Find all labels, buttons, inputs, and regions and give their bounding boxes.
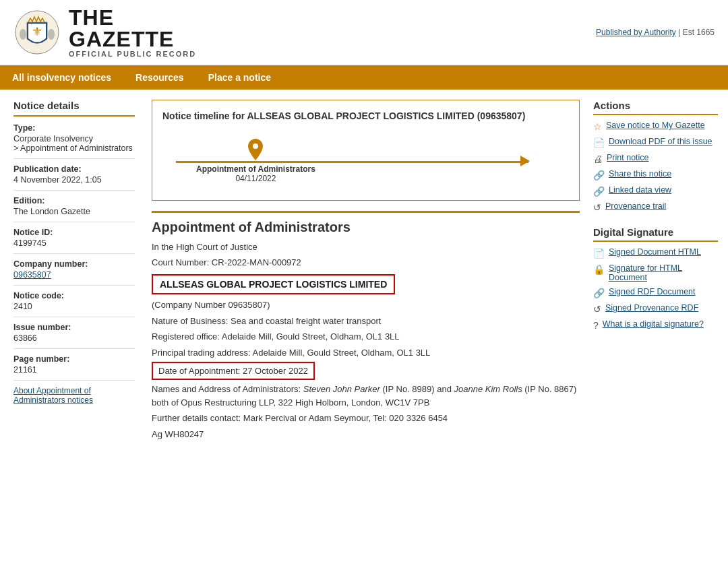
actions-heading: Actions: [593, 100, 718, 115]
timeline-event-label: Appointment of Administrators: [196, 164, 315, 174]
issue-number-label: Issue number:: [13, 323, 135, 332]
ag-reference: Ag WH80247: [152, 428, 580, 441]
timeline-visual: Appointment of Administrators 04/11/2022: [162, 131, 569, 190]
type-label: Type:: [13, 123, 135, 133]
save-notice-link[interactable]: Save notice to My Gazette: [606, 121, 705, 130]
lock-icon: 🔒: [593, 264, 605, 275]
actions-section: Actions ☆ Save notice to My Gazette 📄 Do…: [593, 100, 718, 213]
notice-court-number: Court Number: CR-2022-MAN-000972: [152, 256, 580, 269]
print-notice-action: 🖨 Print notice: [593, 153, 718, 164]
digital-signature-section: Digital Signature 📄 Signed Document HTML…: [593, 226, 718, 331]
date-appointment-box: Date of Appointment: 27 October 2022: [152, 362, 315, 380]
notice-court: In the High Court of Justice: [152, 240, 580, 254]
rdf-icon: 🔗: [593, 288, 605, 298]
timeline-arrow-icon: [520, 156, 530, 166]
type-value: Corporate Insolvency> Appointment of Adm…: [13, 134, 135, 153]
notice-id-field: Notice ID: 4199745: [13, 228, 135, 254]
published-by-authority-link[interactable]: Published by Authority: [596, 28, 676, 37]
signed-provenance-link[interactable]: Signed Provenance RDF: [605, 303, 698, 313]
gazette-title: THE GAZETTE: [69, 7, 196, 50]
administrators-line: Names and Address of Administrators: Ste…: [152, 383, 580, 409]
signed-doc-html-link[interactable]: Signed Document HTML: [609, 247, 701, 257]
timeline-heading: Notice timeline for ALLSEAS GLOBAL PROJE…: [162, 110, 569, 121]
pub-date-label: Publication date:: [13, 164, 135, 174]
notice-code-value: 2410: [13, 302, 135, 311]
company-number-link[interactable]: 09635807: [13, 270, 51, 280]
star-icon: ☆: [593, 121, 602, 132]
about-appointment-link[interactable]: About Appointment of Administrators noti…: [13, 386, 93, 405]
svg-point-4: [253, 143, 258, 149]
nav-resources[interactable]: Resources: [123, 65, 196, 90]
download-pdf-link[interactable]: Download PDF of this issue: [609, 137, 712, 146]
edition-value: The London Gazette: [13, 207, 135, 216]
notice-code-label: Notice code:: [13, 291, 135, 300]
timeline-event-point: Appointment of Administrators 04/11/2022: [196, 138, 315, 183]
publication-date-field: Publication date: 4 November 2022, 1:05: [13, 164, 135, 191]
page-number-field: Page number: 21161: [13, 354, 135, 381]
linked-data-link[interactable]: Linked data view: [609, 185, 671, 195]
svg-point-3: [48, 29, 55, 40]
notice-id-value: 4199745: [13, 238, 135, 248]
type-field: Type: Corporate Insolvency> Appointment …: [13, 123, 135, 159]
nav-place-notice[interactable]: Place a notice: [196, 65, 283, 90]
right-panel: Actions ☆ Save notice to My Gazette 📄 Do…: [590, 100, 721, 443]
pub-date-value: 4 November 2022, 1:05: [13, 175, 135, 185]
further-details: Further details contact: Mark Percival o…: [152, 412, 580, 425]
share-icon: 🔗: [593, 170, 605, 181]
signature-html-action: 🔒 Signature for HTML Document: [593, 263, 718, 282]
main-content: Notice details Type: Corporate Insolvenc…: [0, 90, 728, 453]
registered-office: Registered office: Adelaide Mill, Gould …: [152, 330, 580, 344]
issue-number-value: 63866: [13, 333, 135, 343]
notice-title: Appointment of Administrators: [152, 220, 580, 235]
gazette-crest-icon: ⚜: [13, 9, 61, 56]
signed-rdf-action: 🔗 Signed RDF Document: [593, 287, 718, 298]
question-icon: ?: [593, 320, 599, 331]
edition-label: Edition:: [13, 196, 135, 205]
signed-provenance-action: ↺ Signed Provenance RDF: [593, 303, 718, 315]
logo-text: THE GAZETTE OFFICIAL PUBLIC RECORD: [69, 7, 196, 58]
share-notice-link[interactable]: Share this notice: [609, 169, 671, 179]
notice-body: Appointment of Administrators In the Hig…: [152, 211, 580, 441]
linked-data-action: 🔗 Linked data view: [593, 185, 718, 197]
svg-text:⚜: ⚜: [32, 25, 42, 38]
signature-html-link[interactable]: Signature for HTML Document: [609, 263, 718, 282]
nature-of-business: Nature of Business: Sea and coastal frei…: [152, 315, 580, 328]
timeline-event-date: 04/11/2022: [235, 174, 276, 183]
company-number-line: (Company Number 09635807): [152, 298, 580, 312]
signed-doc-html-action: 📄 Signed Document HTML: [593, 247, 718, 259]
provenance-rdf-icon: ↺: [593, 304, 601, 315]
issue-number-field: Issue number: 63866: [13, 323, 135, 349]
provenance-trail-action: ↺ Provenance trail: [593, 201, 718, 213]
svg-point-2: [20, 29, 26, 40]
document-icon: 📄: [593, 137, 605, 148]
share-notice-action: 🔗 Share this notice: [593, 169, 718, 181]
header-left: ⚜ THE GAZETTE OFFICIAL PUBLIC RECORD: [13, 7, 196, 58]
page-number-value: 21161: [13, 365, 135, 375]
what-is-digital-sig-link[interactable]: What is a digital signature?: [603, 319, 704, 329]
principal-trading: Principal trading address: Adelaide Mill…: [152, 346, 580, 360]
provenance-trail-link[interactable]: Provenance trail: [605, 201, 666, 211]
nav-insolvency[interactable]: All insolvency notices: [0, 65, 123, 90]
download-pdf-action: 📄 Download PDF of this issue: [593, 137, 718, 148]
page-number-label: Page number:: [13, 354, 135, 364]
notice-details-heading: Notice details: [13, 100, 135, 117]
digital-sig-heading: Digital Signature: [593, 226, 718, 242]
notice-code-field: Notice code: 2410: [13, 291, 135, 317]
estab-year: Est 1665: [683, 28, 715, 37]
edition-field: Edition: The London Gazette: [13, 196, 135, 222]
provenance-icon: ↺: [593, 202, 601, 213]
print-notice-link[interactable]: Print notice: [607, 153, 649, 162]
about-link-container: About Appointment of Administrators noti…: [13, 386, 135, 405]
signed-rdf-link[interactable]: Signed RDF Document: [609, 287, 696, 296]
gazette-subtitle: OFFICIAL PUBLIC RECORD: [69, 50, 196, 58]
notice-id-label: Notice ID:: [13, 228, 135, 237]
company-number-value: 09635807: [13, 270, 135, 280]
save-notice-action: ☆ Save notice to My Gazette: [593, 121, 718, 132]
header: ⚜ THE GAZETTE OFFICIAL PUBLIC RECORD Pub…: [0, 0, 728, 65]
signed-html-icon: 📄: [593, 248, 605, 259]
company-number-label: Company number:: [13, 259, 135, 269]
main-nav: All insolvency notices Resources Place a…: [0, 65, 728, 90]
header-authority: Published by Authority | Est 1665: [596, 28, 715, 37]
company-name-box: ALLSEAS GLOBAL PROJECT LOGISTICS LIMITED: [152, 274, 395, 294]
main-notice-content: Notice timeline for ALLSEAS GLOBAL PROJE…: [142, 100, 590, 443]
